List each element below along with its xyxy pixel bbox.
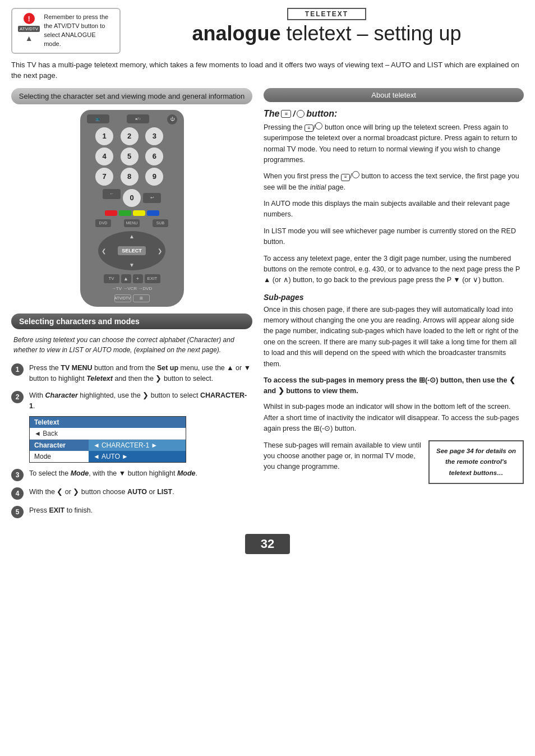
- page-wrapper: ! ATV/DTV ▲ Remember to press the the AT…: [0, 0, 535, 561]
- reminder-text: Remember to press the the ATV/DTV button…: [44, 13, 114, 49]
- circle-icon: [297, 110, 305, 118]
- step-2: 2 With Character highlighted, use the ❯ …: [11, 390, 252, 412]
- access-text: To access any teletext page, enter the 3…: [264, 253, 524, 286]
- step-3-num: 3: [11, 469, 24, 481]
- step-2-num: 2: [11, 391, 24, 403]
- teletext-icon-1: ≡: [281, 110, 291, 118]
- two-col: Selecting the character set and viewing …: [11, 88, 524, 524]
- step-5-text: Press EXIT to finish.: [29, 505, 93, 516]
- italic-note: Before using teletext you can choose the…: [11, 335, 252, 355]
- teletext-menu: Teletext ◄ Back Character ◄ CHARACTER-1 …: [29, 416, 186, 463]
- bold-instruction: To access the sub-pages in memory press …: [264, 375, 524, 397]
- step-3-text: To select the Mode, with the ▼ button hi…: [29, 468, 197, 479]
- intro-text: This TV has a multi-page teletext memory…: [11, 59, 524, 81]
- list-mode-text: In LIST mode you will see whichever page…: [264, 226, 524, 248]
- right-col: About teletext The ≡ / button: Pressing …: [258, 88, 524, 524]
- section-header-left: Selecting the character set and viewing …: [11, 88, 252, 104]
- selecting-header: Selecting characters and modes: [11, 314, 252, 329]
- title-rest: teletext – setting up: [280, 22, 461, 45]
- page-number-badge: 32: [245, 534, 290, 554]
- mode-label: Mode: [30, 451, 89, 462]
- title-area: TELETEXT analogue teletext – setting up: [130, 8, 524, 45]
- title-bold: analogue: [192, 22, 280, 45]
- teletext-menu-mode-row: Mode ◄ AUTO ►: [30, 451, 186, 462]
- about-header: About teletext: [264, 88, 524, 102]
- step-2-text: With Character highlighted, use the ❯ bu…: [29, 390, 252, 412]
- step-5-num: 5: [11, 506, 24, 518]
- teletext-menu-character-row: Character ◄ CHARACTER-1 ►: [30, 440, 186, 451]
- character-label: Character: [30, 440, 89, 451]
- atv-badge: ATV/DTV: [18, 26, 40, 32]
- step-3: 3 To select the Mode, with the ▼ button …: [11, 468, 252, 481]
- teletext-label: TELETEXT: [287, 8, 366, 20]
- see-page-box: See page 34 for details on the remote co…: [428, 440, 524, 485]
- footer: 32: [11, 524, 524, 561]
- remote-control: 📺 ●/○ ⏻ 1 2 3 4 5 6 7 8 9: [80, 110, 184, 307]
- triangle-icon: ▲: [25, 34, 33, 43]
- button-desc-1: Pressing the ≡/ button once will bring u…: [264, 122, 524, 166]
- step-4-text: With the ❮ or ❯ button choose AUTO or LI…: [29, 487, 174, 497]
- main-title: analogue teletext – setting up: [130, 22, 524, 45]
- exclamation-icon: !: [24, 13, 35, 24]
- page-header: ! ATV/DTV ▲ Remember to press the the AT…: [11, 8, 524, 54]
- step-1-num: 1: [11, 363, 24, 376]
- step-5: 5 Press EXIT to finish.: [11, 505, 252, 518]
- auto-mode-text: In AUTO mode this displays the main subj…: [264, 199, 524, 220]
- step-4-num: 4: [11, 487, 24, 500]
- step-1: 1 Press the TV MENU button and from the …: [11, 363, 252, 384]
- mode-value: ◄ AUTO ►: [89, 451, 186, 462]
- teletext-menu-header: Teletext: [30, 417, 186, 428]
- button-heading: The ≡ / button:: [264, 109, 524, 119]
- the-word: The: [264, 109, 279, 119]
- button-label: button:: [306, 109, 337, 119]
- these-section: See page 34 for details on the remote co…: [264, 440, 524, 473]
- remote-container: 📺 ●/○ ⏻ 1 2 3 4 5 6 7 8 9: [11, 110, 252, 307]
- subpages-text: Once in this chosen page, if there are s…: [264, 305, 524, 370]
- teletext-menu-back: ◄ Back: [30, 428, 186, 440]
- button-desc-2: When you first press the ≡/ button to ac…: [264, 171, 524, 193]
- reminder-box: ! ATV/DTV ▲ Remember to press the the AT…: [11, 8, 121, 54]
- subpages-heading: Sub-pages: [264, 293, 524, 302]
- whilst-text: Whilst in sub-pages mode an indicator wi…: [264, 402, 524, 434]
- step-1-text: Press the TV MENU button and from the Se…: [29, 363, 252, 384]
- step-4: 4 With the ❮ or ❯ button choose AUTO or …: [11, 487, 252, 500]
- character-value: ◄ CHARACTER-1 ►: [89, 440, 186, 451]
- slash-symbol: /: [293, 109, 295, 118]
- left-col: Selecting the character set and viewing …: [11, 88, 258, 524]
